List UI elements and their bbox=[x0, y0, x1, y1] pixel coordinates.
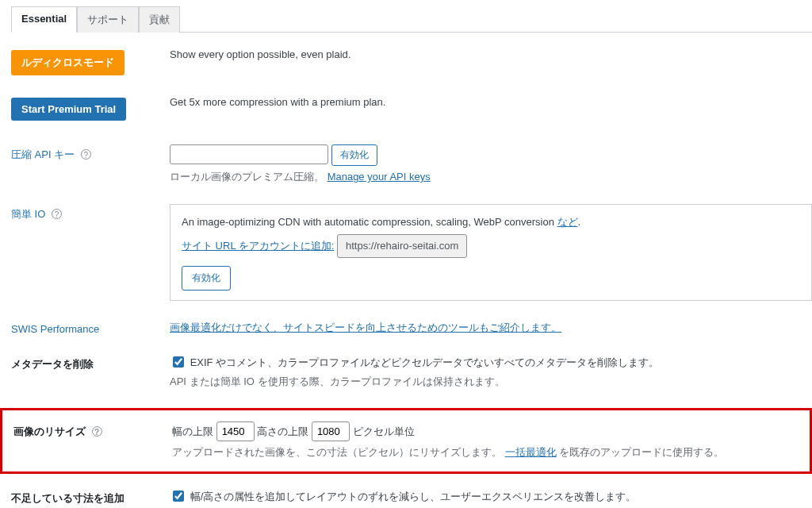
easyio-box: An image-optimizing CDN with automatic c… bbox=[170, 204, 812, 301]
bulk-optimize-link[interactable]: 一括最適化 bbox=[505, 446, 557, 458]
help-icon[interactable]: ? bbox=[81, 149, 91, 160]
help-icon[interactable]: ? bbox=[92, 426, 102, 437]
missing-dims-row: 不足している寸法を追加 幅/高さの属性を追加してレイアウトのずれを減らし、ユーザ… bbox=[11, 488, 812, 506]
api-key-input[interactable] bbox=[170, 144, 328, 164]
easyio-desc: An image-optimizing CDN with automatic c… bbox=[182, 216, 557, 228]
easyio-row: 簡単 IO ? An image-optimizing CDN with aut… bbox=[11, 204, 812, 301]
tab-support[interactable]: サポート bbox=[77, 6, 139, 33]
settings-tabs: Essential サポート 貢献 bbox=[11, 6, 812, 33]
easyio-label: 簡単 IO bbox=[11, 208, 45, 220]
metadata-checkbox-label[interactable]: EXIF やコメント、カラープロファイルなどピクセルデータでないすべてのメタデー… bbox=[170, 356, 659, 368]
resize-highlight: 画像のリサイズ ? 幅の上限 高さの上限 ピクセル単位 アップロードされた画像を… bbox=[0, 408, 812, 474]
resize-width-input[interactable] bbox=[216, 421, 255, 441]
swis-label: SWIS Performance bbox=[11, 323, 99, 335]
premium-row: Start Premium Trial Get 5x more compress… bbox=[11, 94, 812, 121]
easyio-activate-button[interactable]: 有効化 bbox=[182, 266, 231, 291]
api-key-activate-button[interactable]: 有効化 bbox=[331, 144, 377, 166]
resize-unit: ピクセル単位 bbox=[353, 425, 415, 437]
metadata-checkbox[interactable] bbox=[173, 356, 184, 368]
site-url-display: https://rehairo-seitai.com bbox=[337, 234, 467, 258]
add-site-url-link[interactable]: サイト URL をアカウントに追加: bbox=[182, 240, 334, 252]
api-key-help: ローカル画像のプレミアム圧縮。 bbox=[170, 171, 324, 183]
width-label: 幅の上限 bbox=[172, 425, 213, 437]
missing-dims-checkbox[interactable] bbox=[173, 491, 184, 502]
metadata-row: メタデータを削除 EXIF やコメント、カラープロファイルなどピクセルデータでな… bbox=[11, 354, 812, 389]
missing-dims-label: 不足している寸法を追加 bbox=[11, 492, 124, 504]
start-premium-trial-button[interactable]: Start Premium Trial bbox=[11, 98, 126, 121]
metadata-help: API または簡単 IO を使用する際、カラープロファイルは保持されます。 bbox=[170, 374, 812, 390]
ludicrous-desc: Show every option possible, even plaid. bbox=[170, 47, 812, 63]
swis-row: SWIS Performance 画像最適化だけでなく、サイトスピードを向上させ… bbox=[11, 320, 812, 336]
premium-desc: Get 5x more compression with a premium p… bbox=[170, 94, 812, 110]
swis-link[interactable]: 画像最適化だけでなく、サイトスピードを向上させるためのツールもご紹介します。 bbox=[170, 321, 561, 333]
resize-height-input[interactable] bbox=[312, 421, 350, 441]
manage-api-keys-link[interactable]: Manage your API keys bbox=[327, 171, 431, 183]
tab-contribute[interactable]: 貢献 bbox=[139, 6, 180, 33]
resize-desc1: アップロードされた画像を、この寸法（ピクセル）にリサイズします。 bbox=[172, 446, 502, 458]
height-label: 高さの上限 bbox=[257, 425, 308, 437]
resize-label: 画像のリサイズ bbox=[13, 425, 86, 437]
help-icon[interactable]: ? bbox=[52, 209, 62, 219]
resize-row: 画像のリサイズ ? 幅の上限 高さの上限 ピクセル単位 アップロードされた画像を… bbox=[13, 421, 799, 460]
metadata-label: メタデータを削除 bbox=[11, 358, 94, 370]
tab-essential[interactable]: Essential bbox=[11, 6, 77, 33]
easyio-more-link[interactable]: など bbox=[557, 216, 578, 228]
api-key-row: 圧縮 API キー ? 有効化 ローカル画像のプレミアム圧縮。 Manage y… bbox=[11, 144, 812, 185]
ludicrous-row: ルディクロスモード Show every option possible, ev… bbox=[11, 47, 812, 75]
ludicrous-mode-button[interactable]: ルディクロスモード bbox=[11, 50, 124, 75]
resize-desc2: を既存のアップロードに使用する。 bbox=[559, 446, 724, 458]
missing-dims-checkbox-label[interactable]: 幅/高さの属性を追加してレイアウトのずれを減らし、ユーザーエクスペリエンスを改善… bbox=[170, 491, 636, 502]
api-key-label: 圧縮 API キー bbox=[11, 148, 75, 160]
